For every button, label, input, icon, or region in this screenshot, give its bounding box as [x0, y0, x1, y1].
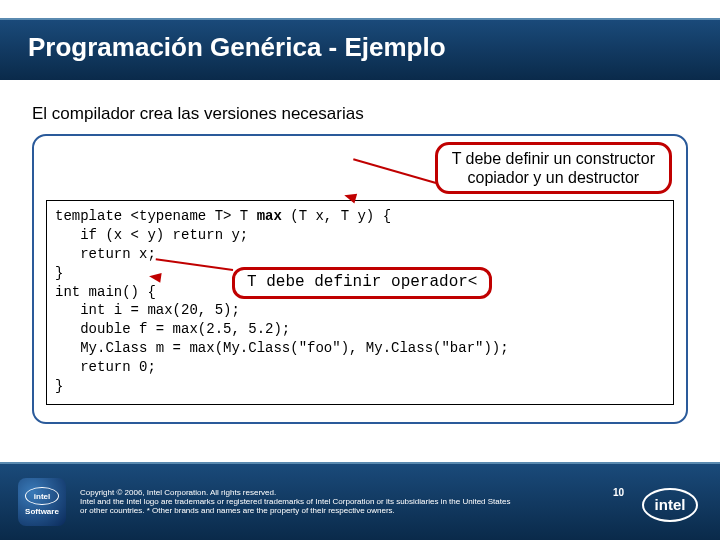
copyright-line: Copyright © 2006, Intel Corporation. All…	[80, 488, 720, 497]
intel-logo-icon: intel	[642, 488, 698, 522]
callout-line: copiador y un destructor	[452, 168, 655, 187]
footer: intel Software Copyright © 2006, Intel C…	[0, 462, 720, 540]
callout-operator: T debe definir operador<	[232, 267, 492, 299]
code-line: My.Class m = max(My.Class("foo"), My.Cla…	[55, 339, 665, 358]
code-line: double f = max(2.5, 5.2);	[55, 320, 665, 339]
code-line: return 0;	[55, 358, 665, 377]
arrow-icon	[148, 271, 161, 283]
callout-line: T debe definir un constructor	[452, 149, 655, 168]
intel-software-logo-icon: intel Software	[18, 478, 66, 526]
subtitle: El compilador crea las versiones necesar…	[0, 80, 720, 130]
page-number: 10	[613, 487, 624, 499]
slide-title: Programación Genérica - Ejemplo	[0, 20, 720, 63]
code-line: }	[55, 377, 665, 396]
arrow-icon	[353, 158, 436, 184]
header-bar: Programación Genérica - Ejemplo	[0, 18, 720, 80]
code-block: template <typename T> T max (T x, T y) {…	[46, 200, 674, 405]
content-box: T debe definir un constructor copiador y…	[32, 134, 688, 424]
code-line: int i = max(20, 5);	[55, 301, 665, 320]
callout-constructor: T debe definir un constructor copiador y…	[435, 142, 672, 194]
code-line: if (x < y) return y;	[55, 226, 665, 245]
code-line: return x;	[55, 245, 665, 264]
logo-subtext: Software	[25, 507, 59, 516]
code-line: template <typename T> T max (T x, T y) {	[55, 207, 665, 226]
copyright-line: Intel and the Intel logo are trademarks …	[80, 497, 720, 506]
copyright-line: or other countries. * Other brands and n…	[80, 506, 720, 515]
logo-text: intel	[25, 487, 59, 505]
